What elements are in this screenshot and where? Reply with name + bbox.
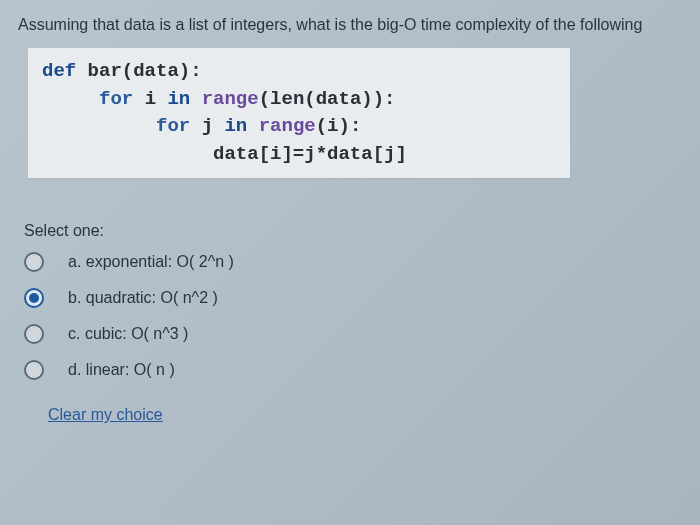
keyword-range: range xyxy=(259,115,316,137)
clear-my-choice-link[interactable]: Clear my choice xyxy=(48,406,163,424)
radio-d[interactable] xyxy=(24,360,44,380)
radio-c[interactable] xyxy=(24,324,44,344)
keyword-for: for xyxy=(156,115,202,137)
code-line-3: for j in range(i): xyxy=(42,113,556,141)
keyword-range: range xyxy=(202,88,259,110)
option-d[interactable]: d. linear: O( n ) xyxy=(24,360,690,380)
option-d-label: d. linear: O( n ) xyxy=(68,361,175,379)
keyword-in: in xyxy=(167,88,201,110)
code-block: def bar(data): for i in range(len(data))… xyxy=(28,48,570,178)
options-group: a. exponential: O( 2^n ) b. quadratic: O… xyxy=(10,252,690,380)
option-b[interactable]: b. quadratic: O( n^2 ) xyxy=(24,288,690,308)
code-text: (i): xyxy=(316,115,362,137)
code-line-4: data[i]=j*data[j] xyxy=(42,141,556,169)
code-text: i xyxy=(145,88,168,110)
keyword-for: for xyxy=(99,88,145,110)
option-c[interactable]: c. cubic: O( n^3 ) xyxy=(24,324,690,344)
code-text: (len(data)): xyxy=(259,88,396,110)
code-text: j xyxy=(202,115,225,137)
keyword-def: def xyxy=(42,60,88,82)
code-text: bar(data): xyxy=(88,60,202,82)
code-text: data[i]=j*data[j] xyxy=(213,143,407,165)
select-one-label: Select one: xyxy=(10,222,690,240)
radio-b[interactable] xyxy=(24,288,44,308)
code-line-1: def bar(data): xyxy=(42,58,556,86)
radio-a[interactable] xyxy=(24,252,44,272)
option-c-label: c. cubic: O( n^3 ) xyxy=(68,325,188,343)
option-a[interactable]: a. exponential: O( 2^n ) xyxy=(24,252,690,272)
option-a-label: a. exponential: O( 2^n ) xyxy=(68,253,234,271)
code-line-2: for i in range(len(data)): xyxy=(42,86,556,114)
keyword-in: in xyxy=(224,115,258,137)
question-text: Assuming that data is a list of integers… xyxy=(10,16,690,34)
option-b-label: b. quadratic: O( n^2 ) xyxy=(68,289,218,307)
